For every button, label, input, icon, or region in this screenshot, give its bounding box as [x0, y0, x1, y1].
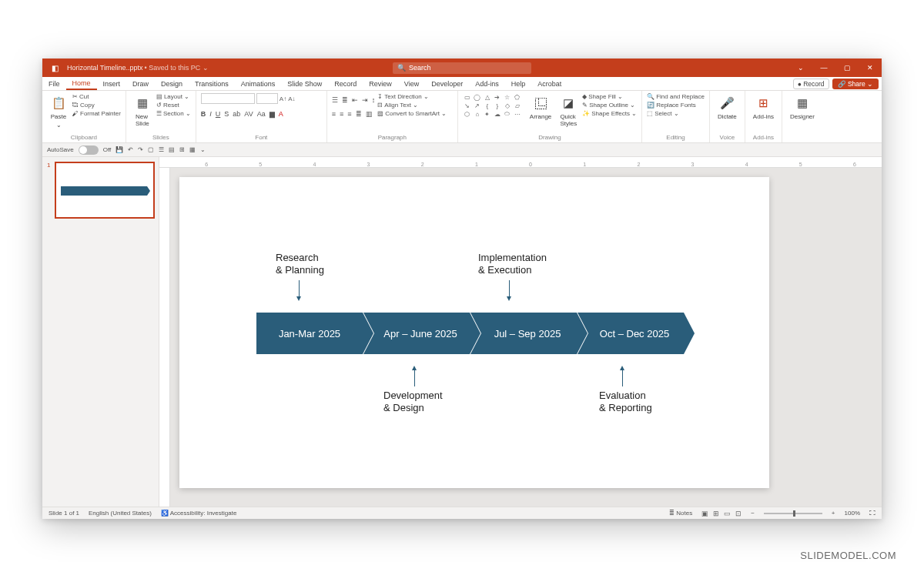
- shadow-button[interactable]: ab: [233, 110, 240, 118]
- timeline-segment[interactable]: Jul – Sep 2025: [470, 313, 577, 354]
- indent-inc-button[interactable]: ⇥: [362, 96, 368, 104]
- shapes-gallery[interactable]: ▭◯△➔☆⬠ ↘↗{}◇▱ ⬡⌂✦☁⬭⋯: [463, 93, 524, 118]
- shape-outline-button[interactable]: ✎ Shape Outline ⌄: [582, 102, 637, 109]
- autosave-toggle[interactable]: [79, 146, 99, 155]
- format-painter-button[interactable]: 🖌 Format Painter: [72, 110, 121, 117]
- font-size-select[interactable]: [256, 93, 278, 104]
- notes-button[interactable]: ≣ Notes: [669, 510, 692, 517]
- slide-thumbnail[interactable]: [55, 162, 155, 219]
- normal-view-icon[interactable]: ▣: [701, 510, 708, 517]
- indent-dec-button[interactable]: ⇤: [352, 96, 358, 104]
- share-button[interactable]: 🔗 Share ⌄: [832, 79, 879, 89]
- search-input[interactable]: 🔍 Search: [393, 62, 531, 74]
- callout-bottom-1[interactable]: Development & Design: [383, 370, 443, 415]
- tab-acrobat[interactable]: Acrobat: [531, 77, 567, 90]
- save-status[interactable]: • Saved to this PC ⌄: [145, 64, 209, 72]
- tab-view[interactable]: View: [398, 77, 425, 90]
- maximize-button[interactable]: ▢: [835, 59, 859, 77]
- font-family-select[interactable]: [201, 93, 255, 104]
- undo-icon[interactable]: ↶: [128, 146, 133, 153]
- paste-button[interactable]: 📋Paste⌄: [47, 93, 70, 130]
- tab-slideshow[interactable]: Slide Show: [281, 77, 328, 90]
- callout-bottom-2[interactable]: Evaluation & Reporting: [599, 370, 652, 415]
- callout-top-2[interactable]: Implementation & Execution: [478, 252, 547, 297]
- columns-button[interactable]: ▥: [366, 110, 373, 118]
- slide-counter[interactable]: Slide 1 of 1: [49, 510, 79, 517]
- thumbnail-pane[interactable]: 1: [42, 157, 159, 507]
- tab-draw[interactable]: Draw: [126, 77, 155, 90]
- shape-fill-button[interactable]: ◆ Shape Fill ⌄: [582, 93, 637, 100]
- zoom-slider[interactable]: [764, 513, 822, 514]
- tab-insert[interactable]: Insert: [97, 77, 127, 90]
- tab-addins[interactable]: Add-ins: [469, 77, 505, 90]
- tab-transitions[interactable]: Transitions: [189, 77, 235, 90]
- reading-view-icon[interactable]: ▭: [724, 510, 731, 517]
- tab-design[interactable]: Design: [155, 77, 189, 90]
- new-slide-button[interactable]: ▦New Slide: [131, 93, 154, 129]
- align-center-button[interactable]: ≡: [340, 110, 343, 118]
- cut-button[interactable]: ✂ Cut: [72, 93, 121, 100]
- line-spacing-button[interactable]: ↕: [372, 96, 376, 104]
- underline-button[interactable]: U: [216, 110, 221, 118]
- ribbon-display-icon[interactable]: ⌄: [789, 59, 812, 77]
- tab-animations[interactable]: Animations: [235, 77, 282, 90]
- timeline-segment[interactable]: Oct – Dec 2025: [578, 313, 684, 354]
- find-button[interactable]: 🔍 Find and Replace: [647, 93, 705, 100]
- qat-icon[interactable]: ▤: [169, 146, 175, 153]
- callout-top-1[interactable]: Research & Planning: [276, 252, 324, 297]
- shape-effects-button[interactable]: ✨ Shape Effects ⌄: [582, 110, 637, 117]
- justify-button[interactable]: ≣: [356, 110, 362, 118]
- sorter-view-icon[interactable]: ⊞: [713, 510, 719, 517]
- spacing-button[interactable]: AV: [244, 110, 253, 118]
- tab-help[interactable]: Help: [505, 77, 532, 90]
- font-color-button[interactable]: A: [279, 110, 283, 118]
- strike-button[interactable]: S: [224, 110, 229, 118]
- slide-editor[interactable]: 6543210123456 Research & Planning Implem…: [159, 157, 882, 507]
- grow-font-icon[interactable]: A↑: [280, 95, 286, 102]
- replace-button[interactable]: 🔄 Replace Fonts: [647, 102, 705, 109]
- qat-more-icon[interactable]: ⌄: [200, 146, 206, 153]
- slide-canvas[interactable]: Research & Planning Implementation & Exe…: [179, 177, 769, 488]
- select-button[interactable]: ⬚ Select ⌄: [647, 110, 705, 117]
- smartart-button[interactable]: ▨ Convert to SmartArt ⌄: [377, 110, 447, 117]
- bold-button[interactable]: B: [201, 110, 206, 118]
- slideshow-view-icon[interactable]: ⊡: [735, 510, 742, 517]
- section-button[interactable]: ☰ Section ⌄: [156, 110, 191, 117]
- addins-button[interactable]: ⊞Add-ins: [750, 93, 777, 122]
- shrink-font-icon[interactable]: A↓: [288, 95, 295, 102]
- redo-icon[interactable]: ↷: [138, 146, 143, 153]
- align-left-button[interactable]: ≡: [332, 110, 336, 118]
- tab-home[interactable]: Home: [66, 77, 97, 90]
- highlight-button[interactable]: ▆: [270, 110, 275, 118]
- qat-icon[interactable]: ☰: [159, 146, 164, 153]
- tab-file[interactable]: File: [42, 77, 66, 90]
- copy-button[interactable]: ⿻ Copy: [72, 102, 121, 109]
- fit-window-icon[interactable]: ⛶: [869, 510, 875, 517]
- zoom-out-button[interactable]: −: [751, 510, 755, 517]
- zoom-in-button[interactable]: +: [832, 510, 835, 517]
- bullets-button[interactable]: ☰: [332, 96, 338, 104]
- reset-button[interactable]: ↺ Reset: [156, 102, 191, 109]
- layout-button[interactable]: ▤ Layout ⌄: [156, 93, 191, 100]
- tab-review[interactable]: Review: [363, 77, 398, 90]
- tab-developer[interactable]: Developer: [425, 77, 469, 90]
- timeline-segment[interactable]: Jan-Mar 2025: [256, 313, 363, 354]
- qat-icon[interactable]: ▢: [148, 146, 154, 153]
- tab-record[interactable]: Record: [328, 77, 363, 90]
- qat-icon[interactable]: ⊞: [179, 146, 185, 153]
- designer-button[interactable]: ▦Designer: [787, 93, 818, 122]
- align-text-button[interactable]: ⊟ Align Text ⌄: [377, 102, 447, 109]
- quick-styles-button[interactable]: ◪Quick Styles: [557, 93, 580, 129]
- timeline-segment[interactable]: Apr – June 2025: [363, 313, 470, 354]
- text-direction-button[interactable]: ↧ Text Direction ⌄: [377, 93, 447, 100]
- language-status[interactable]: English (United States): [89, 510, 152, 517]
- numbers-button[interactable]: ≣: [342, 96, 348, 104]
- qat-icon[interactable]: ▦: [189, 146, 196, 153]
- arrange-button[interactable]: ⿺Arrange: [527, 93, 554, 122]
- close-button[interactable]: ✕: [859, 59, 882, 77]
- zoom-level[interactable]: 100%: [845, 510, 860, 517]
- accessibility-status[interactable]: ♿ Accessibility: Investigate: [161, 510, 236, 517]
- minimize-button[interactable]: ―: [812, 59, 835, 77]
- record-button[interactable]: ● Record: [793, 79, 829, 89]
- case-button[interactable]: Aa: [257, 110, 266, 118]
